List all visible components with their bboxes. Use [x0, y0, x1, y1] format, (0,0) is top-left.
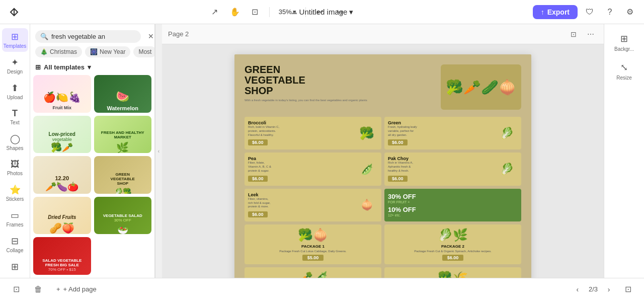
- canvas-area: Page 2 ⊡ ⋯ GREEN VEGETABLE SHOP With a f…: [162, 24, 604, 278]
- template-thumb-3[interactable]: Low-priced vegetable 🥦🥕: [33, 116, 91, 154]
- pak-choy-desc: Rich in Vitamins A,Aphanitic fresh &heal…: [388, 161, 493, 173]
- add-page-btn[interactable]: + + Add page: [52, 283, 101, 295]
- fullscreen-btn[interactable]: ⊡: [567, 27, 581, 41]
- all-templates-btn[interactable]: ⊞ All templates ▾: [35, 63, 91, 71]
- background-panel-item[interactable]: ⊞ Backgr...: [606, 30, 642, 55]
- text-label: Text: [10, 120, 19, 125]
- search-input-wrap[interactable]: 🔍: [35, 30, 141, 43]
- duplicate-page-btn[interactable]: ⊡: [8, 281, 24, 297]
- pkg2-title: PACKAGE 2: [441, 244, 464, 249]
- page-label: Page 2: [168, 30, 189, 38]
- title-chevron: ▾: [349, 8, 353, 17]
- templates-panel: 🔍 ✕ ⊿ 🎄 Christmas 🎆 New Year Most: [30, 24, 155, 278]
- broccoli-img: 🥦: [356, 122, 378, 144]
- move-tool-btn[interactable]: ✋: [227, 4, 243, 20]
- help-btn[interactable]: ?: [602, 4, 618, 20]
- promo-line1: 30% OFF: [388, 193, 518, 200]
- new-year-emoji: 🎆: [90, 48, 98, 55]
- export-label: Export: [547, 8, 570, 16]
- tag-new-year[interactable]: 🎆 New Year: [85, 46, 130, 57]
- sidebar-expand-btn[interactable]: ⊞: [2, 258, 28, 275]
- topbar-right: ↑ Export 🛡 ? ⚙: [533, 4, 638, 20]
- package-1: 🥦🧅 PACKAGE 1 Package Fresh Cut Lotus Cab…: [245, 224, 381, 264]
- fit-view-btn[interactable]: ⊡: [620, 281, 636, 297]
- select-tool-btn[interactable]: ↗: [207, 4, 223, 20]
- template-thumb-7[interactable]: Dried Fruits 🥜🍑: [33, 197, 91, 235]
- veg-title-section: GREEN VEGETABLE SHOP With a fresh vegeta…: [245, 64, 435, 110]
- expand-icon: ⊞: [11, 261, 19, 272]
- sidebar-item-text[interactable]: T Text: [2, 105, 28, 128]
- pkg3-img: 🥕🫛: [298, 271, 328, 278]
- shapes-label: Shapes: [7, 145, 24, 151]
- page-title[interactable]: GREEN Untitled image ▾: [299, 8, 354, 17]
- background-label: Backgr...: [614, 46, 634, 52]
- next-page-btn[interactable]: ›: [602, 282, 616, 296]
- promo-sub1: FOR FRUIT +: [388, 200, 518, 204]
- more-options-btn[interactable]: ⋯: [584, 27, 598, 41]
- frame-tool-btn[interactable]: ⊡: [247, 4, 263, 20]
- product-grid: Broccoli Rich, bold in Vitamin C,protein…: [245, 117, 521, 221]
- green-name: Green: [388, 120, 493, 125]
- template-thumb-5[interactable]: 12.20 🥕🍆🍅: [33, 156, 91, 194]
- title-area: ☁ GREEN Untitled image ▾: [291, 8, 354, 17]
- packages-grid: 🥦🧅 PACKAGE 1 Package Fresh Cut Lotus Cab…: [245, 224, 521, 278]
- tag-bar: 🎄 Christmas 🎆 New Year Most: [30, 46, 154, 61]
- topbar: ↗ ✋ ⊡ 35% ▾ ↩ ↪ ☁ GREEN Untitled image ▾…: [0, 0, 644, 24]
- veg-header: GREEN VEGETABLE SHOP With a fresh vegeta…: [245, 64, 521, 110]
- template-thumb-6[interactable]: GREEN VEGETABLE SHOP 🥬🥦: [94, 156, 152, 194]
- pkg2-img: 🥬🌿: [438, 228, 468, 242]
- tag-most[interactable]: Most: [133, 46, 154, 57]
- export-button[interactable]: ↑ Export: [533, 5, 578, 19]
- christmas-label: Christmas: [50, 48, 77, 55]
- panel-collapse-handle[interactable]: ‹: [155, 24, 162, 278]
- pea-desc: Fiber, folate,Vitamin A, B, C &protein &…: [248, 161, 353, 173]
- broccoli-name: Broccoli: [248, 120, 353, 125]
- template-thumb-1[interactable]: 🍎🍋🍇 Fruit Mix: [33, 75, 91, 113]
- sidebar-item-design[interactable]: ✦ Design: [2, 54, 28, 78]
- template-thumb-4[interactable]: Fresh and Healthy Market 🌿: [94, 116, 152, 154]
- templates-label: Templates: [4, 43, 27, 49]
- all-templates-icon: ⊞: [35, 63, 41, 71]
- bottom-right: ‹ 2/3 › ⊡: [571, 281, 636, 297]
- app-logo[interactable]: [6, 4, 22, 20]
- topbar-center: ↗ ✋ ⊡ 35% ▾ ↩ ↪: [26, 4, 529, 20]
- frames-label: Frames: [7, 222, 24, 228]
- product-pea: Pea Fiber, folate,Vitamin A, B, C &prote…: [245, 153, 381, 185]
- all-templates-label: All templates: [44, 63, 85, 71]
- green-price: $6.00: [388, 139, 408, 145]
- sidebar-item-frames[interactable]: ▭ Frames: [2, 207, 28, 231]
- leek-desc: Fiber, vitamins,rich fold & sugar,protei…: [248, 197, 353, 209]
- leek-img: 🧅: [356, 194, 378, 216]
- shield-btn[interactable]: 🛡: [582, 4, 598, 20]
- search-input[interactable]: [51, 33, 136, 40]
- all-templates-bar: ⊞ All templates ▾: [30, 61, 154, 75]
- sidebar-item-upload[interactable]: ⬆ Upload: [2, 80, 28, 103]
- template-thumb-8[interactable]: VEGETABLE SALAD 30% OFF 🥗: [94, 197, 152, 235]
- resize-panel-item[interactable]: ⤡ Resize: [606, 59, 642, 84]
- broccoli-desc: Rich, bold in Vitamin C,protein, antioxi…: [248, 125, 353, 137]
- template-thumb-9[interactable]: SALAD VEGETABLE FRESH BIG SALE 70% OFF •…: [33, 237, 91, 275]
- sidebar-item-shapes[interactable]: ◯ Shapes: [2, 130, 28, 154]
- pea-name: Pea: [248, 156, 353, 161]
- pkg1-price: $5.00: [302, 255, 324, 261]
- pak-choy-price: $6.00: [388, 176, 408, 182]
- export-icon: ↑: [541, 8, 544, 16]
- delete-page-btn[interactable]: 🗑: [30, 281, 46, 297]
- clear-search-btn[interactable]: ✕: [144, 29, 155, 43]
- upload-label: Upload: [7, 95, 23, 100]
- sidebar-item-stickers[interactable]: ⭐ Stickers: [2, 181, 28, 205]
- settings-btn[interactable]: ⚙: [622, 4, 638, 20]
- leek-price: $6.00: [248, 211, 268, 217]
- sidebar-item-photos[interactable]: 🖼 Photos: [2, 156, 28, 179]
- template-thumb-2[interactable]: 🍉 Watermelon: [94, 75, 152, 113]
- canvas-scroll[interactable]: GREEN VEGETABLE SHOP With a fresh vegeta…: [162, 44, 604, 278]
- sidebar-item-templates[interactable]: ⊞ Templates: [2, 28, 28, 52]
- template-grid: 🍎🍋🍇 Fruit Mix 🍉 Watermelon Low-pr: [30, 75, 154, 278]
- canvas-page: GREEN VEGETABLE SHOP With a fresh vegeta…: [234, 54, 531, 278]
- pkg1-title: PACKAGE 1: [301, 244, 325, 249]
- prev-page-btn[interactable]: ‹: [571, 282, 585, 296]
- add-page-label: + Add page: [63, 285, 97, 293]
- all-templates-chevron: ▾: [88, 63, 91, 71]
- sidebar-item-collage[interactable]: ⊟ Collage: [2, 233, 28, 256]
- tag-christmas[interactable]: 🎄 Christmas: [35, 46, 82, 57]
